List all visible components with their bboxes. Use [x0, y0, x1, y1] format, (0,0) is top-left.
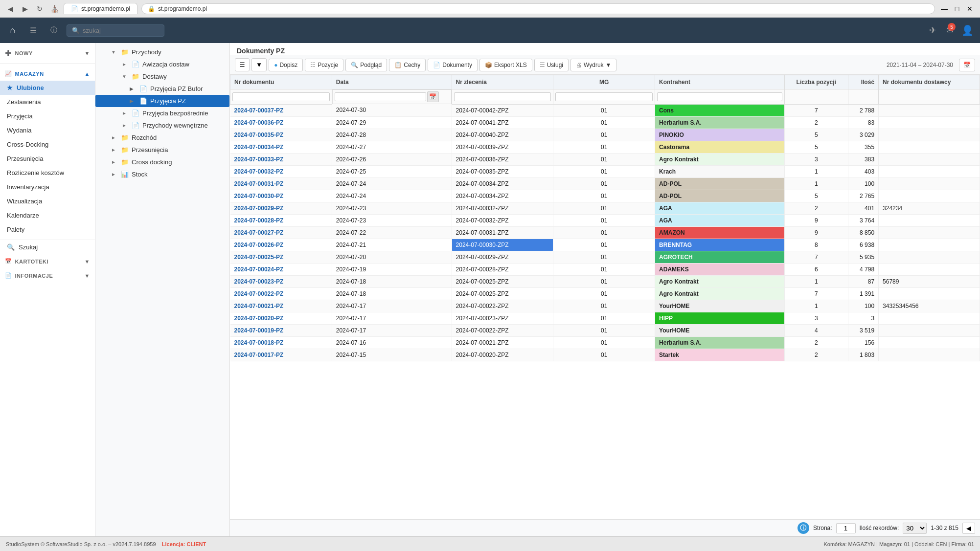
maximize-button[interactable]: □: [952, 3, 962, 14]
table-row[interactable]: 2024-07-00030-PZ 2024-07-24 2024-07-0003…: [230, 190, 980, 202]
filter-calendar-icon[interactable]: 📅: [427, 91, 439, 102]
cell-nr-zlec: 2024-07-00030-ZPZ: [452, 239, 553, 251]
cell-ilosc: 3 764: [848, 214, 878, 226]
table-row[interactable]: 2024-07-00032-PZ 2024-07-25 2024-07-0003…: [230, 165, 980, 177]
page-number-input[interactable]: [836, 523, 856, 533]
sidebar-item-inwentaryzacja[interactable]: Inwentaryzacja: [0, 180, 95, 194]
nav-refresh-button[interactable]: ↻: [34, 3, 45, 14]
table-row[interactable]: 2024-07-00025-PZ 2024-07-20 2024-07-0002…: [230, 251, 980, 263]
table-row[interactable]: 2024-07-00024-PZ 2024-07-19 2024-07-0002…: [230, 263, 980, 275]
filter-mg[interactable]: [555, 92, 653, 101]
nav-home-button[interactable]: ⛪: [49, 3, 60, 14]
cell-nr-dok-dost: [879, 129, 980, 141]
table-row[interactable]: 2024-07-00021-PZ 2024-07-17 2024-07-0002…: [230, 300, 980, 312]
pozycje-button[interactable]: ☷ Pozycje: [305, 59, 343, 71]
browser-tab[interactable]: 📄 st.programdemo.pl: [64, 3, 137, 14]
sidebar-item-szukaj[interactable]: 🔍 Szukaj: [0, 240, 95, 254]
records-per-page-select[interactable]: 30 50 100: [903, 523, 927, 534]
hamburger-menu-button[interactable]: ☰: [235, 58, 250, 71]
menu-dropdown-button[interactable]: ▼: [251, 58, 267, 71]
sidebar-item-cross-docking[interactable]: Cross-Docking: [0, 137, 95, 152]
filter-data[interactable]: [335, 92, 426, 101]
info-icon-button[interactable]: ⓘ: [46, 22, 62, 38]
tree-item-przychody[interactable]: ▼ 📁 Przychody: [95, 46, 229, 58]
table-row[interactable]: 2024-07-00028-PZ 2024-07-23 2024-07-0003…: [230, 214, 980, 226]
sidebar-section-informacje-header[interactable]: 📄 INFORMACJE ▼: [0, 268, 95, 283]
close-button[interactable]: ✕: [964, 3, 975, 14]
sidebar-toggle-button[interactable]: ☰: [25, 22, 41, 38]
table-row[interactable]: 2024-07-00035-PZ 2024-07-28 2024-07-0004…: [230, 129, 980, 141]
cell-lp: 5: [784, 129, 848, 141]
tree-item-przyjecia-bezp[interactable]: ► 📄 Przyjęcia bezpośrednie: [95, 107, 229, 119]
tree-item-awizacja[interactable]: ► 📄 Awizacja dostaw: [95, 58, 229, 70]
filter-kontrahent[interactable]: [657, 92, 782, 101]
cell-mg: 01: [553, 177, 655, 190]
dopisz-button[interactable]: ● Dopisz: [269, 59, 303, 71]
sidebar-section-kartoteki-header[interactable]: 📅 KARTOTEKI ▼: [0, 254, 95, 268]
tree-item-przesunecia[interactable]: ► 📁 Przesunięcia: [95, 144, 229, 156]
search-input[interactable]: [83, 27, 156, 34]
table-row[interactable]: 2024-07-00018-PZ 2024-07-16 2024-07-0002…: [230, 336, 980, 349]
cross-docking-tree-label: Cross docking: [132, 158, 172, 166]
cell-lp: 3: [784, 312, 848, 324]
user-icon-button[interactable]: 👤: [959, 22, 975, 38]
table-row[interactable]: 2024-07-00037-PZ 2024-07-30 2024-07-0004…: [230, 104, 980, 116]
filter-nr-dokumentu[interactable]: [232, 92, 330, 101]
sidebar-section-nowy: ➕ NOWY ▼: [0, 43, 95, 64]
sidebar-section-magazyn-header[interactable]: 📈 MAGAZYN ▲: [0, 66, 95, 81]
nav-back-button[interactable]: ◀: [5, 3, 16, 14]
sidebar-item-przesunecia[interactable]: Przesunięcia: [0, 152, 95, 166]
table-row[interactable]: 2024-07-00031-PZ 2024-07-24 2024-07-0003…: [230, 177, 980, 190]
sidebar-item-wizualizacja[interactable]: Wizualizacja: [0, 194, 95, 208]
info-button[interactable]: ⓘ: [798, 522, 809, 534]
table-row[interactable]: 2024-07-00017-PZ 2024-07-15 2024-07-0002…: [230, 349, 980, 361]
home-icon-button[interactable]: ⌂: [5, 22, 21, 38]
table-row[interactable]: 2024-07-00036-PZ 2024-07-29 2024-07-0004…: [230, 116, 980, 129]
tree-item-dostawy[interactable]: ▼ 📁 Dostawy: [95, 70, 229, 83]
table-row[interactable]: 2024-07-00023-PZ 2024-07-18 2024-07-0002…: [230, 275, 980, 287]
table-row[interactable]: 2024-07-00033-PZ 2024-07-26 2024-07-0003…: [230, 153, 980, 165]
sidebar-item-kalendarze[interactable]: Kalendarze: [0, 208, 95, 222]
filter-nr-zlecenia[interactable]: [454, 92, 551, 101]
notification-badge[interactable]: ✉ 5: [946, 25, 954, 36]
calendar-button[interactable]: 📅: [959, 59, 975, 71]
table-row[interactable]: 2024-07-00022-PZ 2024-07-18 2024-07-0002…: [230, 287, 980, 300]
table-row[interactable]: 2024-07-00019-PZ 2024-07-17 2024-07-0002…: [230, 324, 980, 336]
folder-icon3: 📁: [121, 134, 129, 141]
table-row[interactable]: 2024-07-00020-PZ 2024-07-17 2024-07-0002…: [230, 312, 980, 324]
prev-page-button[interactable]: ◀: [962, 523, 975, 534]
table-row[interactable]: 2024-07-00026-PZ 2024-07-21 2024-07-0003…: [230, 239, 980, 251]
minimize-button[interactable]: —: [939, 3, 950, 14]
table-row[interactable]: 2024-07-00027-PZ 2024-07-22 2024-07-0003…: [230, 226, 980, 239]
cell-ilosc: 403: [848, 165, 878, 177]
tree-item-rozchod[interactable]: ► 📁 Rozchód: [95, 132, 229, 144]
url-bar[interactable]: 🔒 st.programdemo.pl: [141, 3, 935, 14]
eksport-icon: 📦: [485, 62, 492, 68]
sidebar-section-nowy-header[interactable]: ➕ NOWY ▼: [0, 46, 95, 60]
sidebar-item-przyjecia[interactable]: Przyjęcia: [0, 109, 95, 123]
podglad-button[interactable]: 🔍 Podgląd: [345, 59, 387, 71]
cell-ilosc: 6 938: [848, 239, 878, 251]
uslugi-button[interactable]: ☰ Usługi: [534, 59, 569, 71]
sidebar-item-ulubione[interactable]: ★ Ulubione: [0, 81, 95, 95]
wizualizacja-label: Wizualizacja: [7, 198, 42, 205]
dokumenty-button[interactable]: 📄 Dokumenty: [428, 59, 478, 71]
flight-icon-button[interactable]: ✈: [925, 22, 940, 38]
table-row[interactable]: 2024-07-00034-PZ 2024-07-27 2024-07-0003…: [230, 141, 980, 153]
nav-forward-button[interactable]: ▶: [20, 3, 30, 14]
sidebar-item-palety[interactable]: Palety: [0, 222, 95, 237]
sidebar-item-rozliczenie-kosztow[interactable]: Rozliczenie kosztów: [0, 166, 95, 180]
sidebar-item-wydania[interactable]: Wydania: [0, 123, 95, 137]
tree-item-stock[interactable]: ► 📊 Stock: [95, 168, 229, 180]
cell-data: 2024-07-17: [332, 324, 452, 336]
sidebar-item-zestawienia[interactable]: Zestawienia: [0, 95, 95, 109]
tree-item-przyjecia-bufor[interactable]: ▶ 📄 Przyjęcia PZ Bufor: [95, 83, 229, 95]
cechy-button[interactable]: 📋 Cechy: [389, 59, 426, 71]
wydruk-button[interactable]: 🖨 Wydruk ▼: [570, 59, 616, 71]
eksport-xls-button[interactable]: 📦 Eksport XLS: [479, 59, 532, 71]
tree-item-cross-docking[interactable]: ► 📁 Cross docking: [95, 156, 229, 168]
tree-item-przychody-wewn[interactable]: ► 📄 Przychody wewnętrzne: [95, 119, 229, 132]
cell-ilosc: 2 765: [848, 190, 878, 202]
tree-item-przyjecia-pz[interactable]: ▶ 📄 Przyjęcia PZ: [95, 95, 229, 107]
table-row[interactable]: 2024-07-00029-PZ 2024-07-23 2024-07-0003…: [230, 202, 980, 214]
